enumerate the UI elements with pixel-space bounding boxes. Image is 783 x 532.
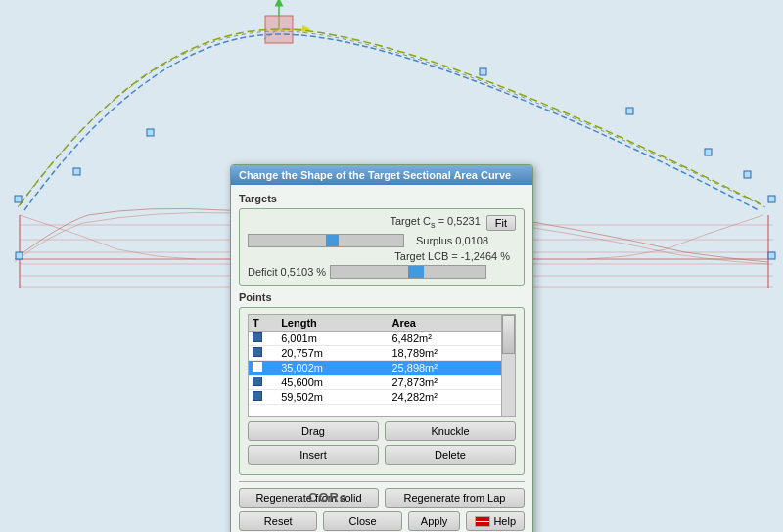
dialog-title: Change the Shape of the Target Sectional… xyxy=(231,165,532,185)
targets-box: Target Cs = 0,5231 Fit Surplus 0,0108 Ta… xyxy=(239,208,525,286)
insert-button[interactable]: Insert xyxy=(248,445,379,465)
row-area: 25,898m² xyxy=(388,361,515,376)
row-length: 45,600m xyxy=(277,376,388,390)
points-table-container[interactable]: T Length Area 6,001m 6,482m² 20,757m 18,… xyxy=(248,314,516,417)
delete-button[interactable]: Delete xyxy=(385,445,516,465)
deficit-bar xyxy=(330,265,486,279)
reset-button[interactable]: Reset xyxy=(239,511,317,531)
points-box: T Length Area 6,001m 6,482m² 20,757m 18,… xyxy=(239,307,525,475)
target-lcb-row: Target LCB = -1,2464 % xyxy=(248,250,516,262)
targets-label: Targets xyxy=(239,193,525,204)
final-buttons-row: Reset Close Apply Help xyxy=(239,511,525,531)
row-length: 35,002m xyxy=(277,361,388,376)
row-icon-cell xyxy=(249,376,277,390)
drag-knuckle-row: Drag Knuckle xyxy=(248,421,516,441)
table-scrollbar[interactable] xyxy=(501,315,515,416)
apply-button[interactable]: Apply xyxy=(408,511,461,531)
close-button[interactable]: Close xyxy=(323,511,401,531)
core-watermark: CORe xyxy=(308,490,347,505)
svg-rect-22 xyxy=(768,252,775,259)
row-icon-cell xyxy=(249,361,277,376)
deficit-row: Deficit 0,5103 % xyxy=(248,265,516,279)
fit-button[interactable]: Fit xyxy=(486,215,516,231)
regenerate-row: Regenerate from solid Regenerate from La… xyxy=(239,488,525,508)
deficit-text: Deficit 0,5103 % xyxy=(248,266,326,278)
help-flag-icon xyxy=(475,516,490,527)
insert-delete-row: Insert Delete xyxy=(248,445,516,465)
row-area: 18,789m² xyxy=(388,346,515,361)
row-icon-cell xyxy=(249,390,277,405)
svg-rect-20 xyxy=(15,196,22,202)
row-area: 6,482m² xyxy=(388,332,515,346)
table-row[interactable]: 6,001m 6,482m² xyxy=(249,332,515,346)
row-length: 6,001m xyxy=(277,332,388,346)
svg-rect-18 xyxy=(744,171,751,178)
surplus-bar xyxy=(248,234,404,247)
table-row[interactable]: 35,002m 25,898m² xyxy=(249,361,515,376)
surplus-text: Surplus 0,0108 xyxy=(416,235,488,246)
svg-rect-14 xyxy=(147,129,154,136)
help-label: Help xyxy=(493,515,516,527)
target-lcb-label: Target LCB = -1,2464 % xyxy=(394,250,510,262)
table-row[interactable]: 59,502m 24,282m² xyxy=(249,390,515,405)
col-header-area: Area xyxy=(388,315,515,332)
scrollbar-thumb[interactable] xyxy=(502,315,515,354)
col-header-t: T xyxy=(249,315,277,332)
svg-rect-15 xyxy=(480,68,486,75)
svg-rect-13 xyxy=(73,168,80,175)
separator xyxy=(239,481,525,482)
regenerate-lap-button[interactable]: Regenerate from Lap xyxy=(385,488,525,508)
svg-rect-19 xyxy=(768,196,775,202)
svg-rect-21 xyxy=(16,252,23,259)
row-icon-cell xyxy=(249,332,277,346)
points-label: Points xyxy=(239,291,525,303)
table-row[interactable]: 45,600m 27,873m² xyxy=(249,376,515,390)
dialog: Change the Shape of the Target Sectional… xyxy=(230,164,533,532)
knuckle-button[interactable]: Knuckle xyxy=(385,421,516,441)
col-header-length: Length xyxy=(277,315,388,332)
table-row[interactable]: 20,757m 18,789m² xyxy=(249,346,515,361)
svg-rect-17 xyxy=(705,149,712,155)
drag-button[interactable]: Drag xyxy=(248,421,379,441)
target-cs-value: = 0,5231 xyxy=(438,215,481,227)
surplus-row: Surplus 0,0108 xyxy=(248,234,516,247)
target-cs-row: Target Cs = 0,5231 Fit xyxy=(248,215,516,231)
svg-rect-16 xyxy=(626,108,633,114)
row-area: 24,282m² xyxy=(388,390,515,405)
row-area: 27,873m² xyxy=(388,376,515,390)
row-length: 20,757m xyxy=(277,346,388,361)
points-table: T Length Area 6,001m 6,482m² 20,757m 18,… xyxy=(249,315,515,405)
row-icon-cell xyxy=(249,346,277,361)
target-cs-label: Target Cs = 0,5231 xyxy=(390,215,480,230)
help-button[interactable]: Help xyxy=(466,511,525,531)
row-length: 59,502m xyxy=(277,390,388,405)
